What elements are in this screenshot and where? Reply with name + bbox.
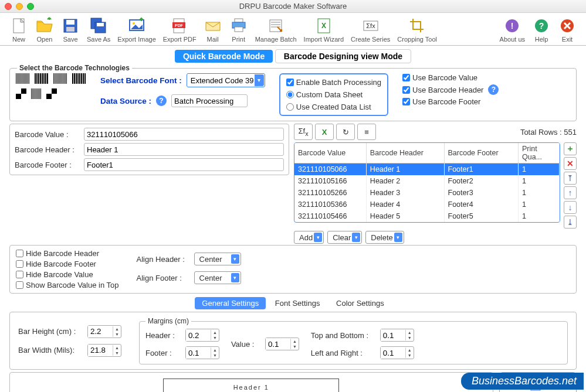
tab-general[interactable]: General Settings [195, 297, 266, 309]
list-button[interactable]: ≡ [357, 124, 376, 140]
excel-icon: X [314, 16, 333, 35]
use-footer-checkbox[interactable]: Use Barcode Footer [402, 97, 480, 106]
bh-label: Barcode Header : [15, 145, 79, 154]
margin-lr-input[interactable]: ▲▼ [380, 346, 414, 359]
table-row[interactable]: 321110105466Header 5Footer51 [294, 210, 559, 222]
add-row-button[interactable]: ＋ [564, 142, 577, 155]
mail-button[interactable]: Mail [200, 15, 226, 44]
data-source-field[interactable] [171, 94, 248, 107]
preview-panel: Header 1 321110105066 Footer1 [9, 372, 493, 392]
move-top-button[interactable]: ⤒ [564, 172, 577, 185]
about-button[interactable]: !About us [496, 15, 529, 44]
barcode-samples-2d [16, 88, 86, 99]
hide-value-checkbox[interactable]: Hide Barcode Value [16, 270, 119, 279]
help-icon[interactable]: ? [488, 84, 499, 95]
move-up-button[interactable]: ↑ [564, 186, 577, 199]
svg-text:?: ? [539, 21, 544, 30]
excel-button[interactable]: X [315, 124, 334, 140]
print-button[interactable]: Print [226, 15, 252, 44]
svg-rect-6 [97, 23, 104, 26]
preview-header: Header 1 [175, 384, 327, 391]
excel-icon: X [322, 128, 327, 137]
crop-icon [408, 16, 426, 35]
bar-height-label: Bar Height (cm) : [18, 327, 83, 336]
help-icon: ? [532, 16, 551, 35]
delete-select[interactable]: Delete [365, 231, 404, 244]
tab-quick-mode[interactable]: Quick Barcode Mode [175, 50, 273, 63]
help-button[interactable]: ?Help [529, 15, 554, 44]
barcode-font-select[interactable]: Extended Code 39 [187, 73, 265, 87]
bf-label: Barcode Footer : [15, 161, 79, 169]
create-series-button[interactable]: ΣfxCreate Series [347, 15, 394, 44]
manage-batch-button[interactable]: Manage Batch [252, 15, 300, 44]
save-button[interactable]: Save [57, 15, 83, 44]
toolbar: New Open Save Save As Export Image PDFEx… [0, 13, 586, 46]
svg-text:X: X [321, 22, 326, 30]
tab-design-mode[interactable]: Barcode Designing view Mode [275, 49, 411, 63]
settings-tabs: General Settings Font Settings Color Set… [0, 297, 586, 309]
col-qty[interactable]: Print Qua... [519, 143, 560, 163]
margin-footer-input[interactable]: ▲▼ [185, 346, 219, 359]
svg-rect-3 [66, 27, 74, 32]
barcode-samples [16, 73, 86, 84]
delete-row-button[interactable]: ✕ [564, 157, 577, 170]
table-row[interactable]: 321110105066Header 1Footer11 [294, 163, 559, 175]
table-row[interactable]: 321110105166Header 2Footer21 [294, 175, 559, 187]
show-top-checkbox[interactable]: Show Barcode Value in Top [16, 281, 119, 289]
svg-rect-2 [66, 20, 74, 25]
tab-font[interactable]: Font Settings [268, 297, 327, 309]
font-label: Select Barcode Font : [100, 76, 182, 85]
formula-icon: Σfx [361, 16, 380, 35]
align-header-select[interactable]: Center [194, 253, 241, 265]
move-bottom-button[interactable]: ⤓ [564, 216, 577, 229]
custom-data-radio[interactable]: Custom Data Sheet [286, 90, 381, 99]
window-title: DRPU Barcode Maker Software [0, 2, 586, 11]
barcode-value-input[interactable] [84, 128, 284, 141]
export-image-button[interactable]: Export Image [114, 15, 159, 44]
barcode-header-input[interactable] [84, 143, 284, 156]
enable-batch-checkbox[interactable]: Enable Batch Processing [286, 78, 381, 87]
move-down-button[interactable]: ↓ [564, 201, 577, 214]
cropping-tool-button[interactable]: Cropping Tool [394, 15, 441, 44]
align-header-label: Align Header : [137, 255, 189, 264]
batch-icon [266, 16, 285, 35]
add-select[interactable]: Add [294, 231, 324, 244]
export-pdf-button[interactable]: PDFExport PDF [160, 15, 200, 44]
col-footer[interactable]: Barcode Footer [444, 143, 518, 163]
data-table[interactable]: Barcode Value Barcode Header Barcode Foo… [294, 143, 560, 222]
bar-height-input[interactable]: ▲▼ [87, 325, 121, 338]
col-value[interactable]: Barcode Value [294, 143, 366, 163]
refresh-button[interactable]: ↻ [336, 124, 355, 140]
margin-value-input[interactable]: ▲▼ [265, 338, 299, 350]
open-button[interactable]: Open [32, 15, 57, 44]
save-as-button[interactable]: Save As [83, 15, 114, 44]
svg-text:!: ! [511, 21, 514, 30]
list-icon: ≡ [364, 128, 369, 137]
table-row[interactable]: 321110105266Header 3Footer31 [294, 187, 559, 199]
new-button[interactable]: New [6, 15, 32, 44]
exit-button[interactable]: Exit [554, 15, 580, 44]
titlebar: DRPU Barcode Maker Software [0, 0, 586, 13]
hide-footer-checkbox[interactable]: Hide Barcode Footer [16, 260, 119, 268]
margin-header-input[interactable]: ▲▼ [185, 329, 219, 342]
created-list-radio[interactable]: Use Created Data List [286, 103, 381, 111]
import-wizard-button[interactable]: XImport Wizard [300, 15, 347, 44]
total-rows: Total Rows : 551 [520, 128, 577, 137]
use-header-checkbox[interactable]: Use Barcode Header [402, 86, 483, 94]
tab-color[interactable]: Color Settings [329, 297, 391, 309]
help-icon[interactable]: ? [156, 96, 167, 106]
formula-button[interactable]: Σfx [294, 124, 313, 140]
align-footer-select[interactable]: Center [194, 271, 241, 284]
technologies-legend: Select the Barcode Technologies [17, 64, 132, 72]
barcode-footer-input[interactable] [84, 158, 284, 171]
use-value-checkbox[interactable]: Use Barcode Value [402, 73, 477, 82]
barcode-preview: Header 1 321110105066 Footer1 [163, 379, 339, 392]
hide-header-checkbox[interactable]: Hide Barcode Header [16, 249, 119, 258]
table-row[interactable]: 321110105366Header 4Footer41 [294, 199, 559, 210]
bar-width-input[interactable]: ▲▼ [87, 344, 121, 357]
col-header[interactable]: Barcode Header [366, 143, 444, 163]
folder-open-icon [35, 16, 54, 35]
margin-tb-input[interactable]: ▲▼ [380, 329, 414, 342]
clear-select[interactable]: Clear [327, 231, 362, 244]
bv-label: Barcode Value : [15, 130, 79, 139]
